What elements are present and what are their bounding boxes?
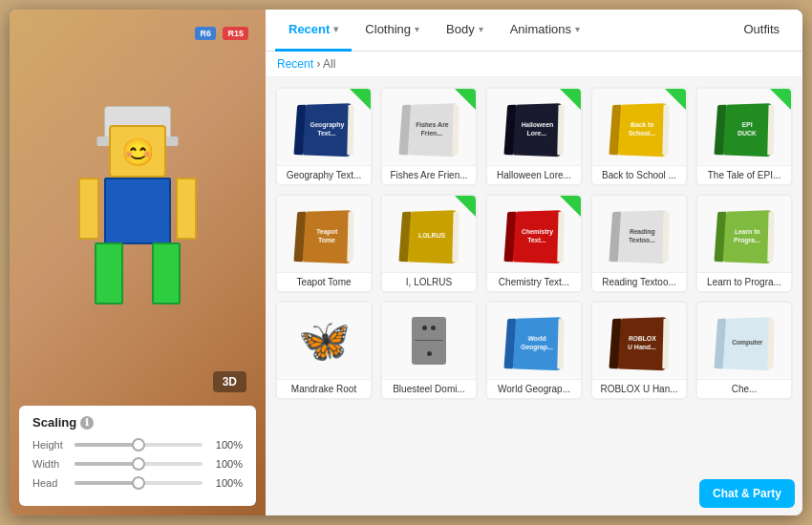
grid-item[interactable]: WorldGeograp... World Geograp... [485, 301, 583, 400]
corner-badge [665, 89, 686, 110]
grid-item[interactable]: Bluesteel Domi... [380, 301, 478, 400]
grid-item[interactable]: Learn toProgra... Learn to Progra... [695, 194, 793, 293]
avatar-figure [61, 116, 214, 306]
item-label: Che... [697, 379, 791, 398]
grid-item[interactable]: ROBLOXU Hand... ROBLOX U Han... [590, 301, 688, 400]
breadcrumb-current: All [323, 57, 335, 71]
item-thumbnail: Computer [697, 303, 791, 379]
scaling-info-icon[interactable]: ℹ [80, 416, 94, 430]
item-thumbnail: TeapotTome [277, 196, 371, 272]
item-label: Geography Text... [277, 165, 371, 184]
height-slider-row: Height 100% [32, 439, 243, 451]
height-value: 100% [210, 439, 243, 451]
items-grid: GeographyText... Geography Text... Fishe… [266, 77, 802, 515]
height-label: Height [32, 439, 67, 451]
avatar-arm-left [78, 178, 99, 240]
item-label: Mandrake Root [277, 379, 371, 398]
grid-item[interactable]: TeapotTome Teapot Tome [275, 194, 373, 293]
item-label: I, LOLRUS [382, 272, 476, 291]
item-label: Back to School ... [592, 165, 686, 184]
nav-body[interactable]: Body ▾ [433, 10, 497, 52]
width-thumb[interactable] [132, 457, 145, 471]
grid-item[interactable]: HalloweenLore... Halloween Lore... [485, 87, 583, 186]
breadcrumb: Recent › All [266, 52, 802, 77]
grid-item[interactable]: GeographyText... Geography Text... [275, 87, 373, 186]
item-label: ROBLOX U Han... [592, 379, 686, 398]
avatar-arm-right [176, 178, 197, 240]
width-value: 100% [210, 458, 243, 470]
avatar-leg-right [152, 242, 181, 304]
item-label: Learn to Progra... [697, 272, 791, 291]
grid-item[interactable]: LOLRUS I, LOLRUS [380, 194, 478, 293]
grid-item[interactable]: Back toSchool... Back to School ... [590, 87, 688, 186]
breadcrumb-parent[interactable]: Recent [277, 57, 313, 71]
corner-badge [455, 196, 476, 217]
item-thumbnail: 🦋 [277, 303, 371, 379]
width-label: Width [32, 458, 67, 470]
item-label: Bluesteel Domi... [382, 379, 476, 398]
grid-item[interactable]: ChemistryText... Chemistry Text... [485, 194, 583, 293]
corner-badge [455, 89, 476, 110]
height-thumb[interactable] [132, 438, 145, 452]
chat-party-button[interactable]: Chat & Party [699, 479, 795, 508]
item-thumbnail: Learn toProgra... [697, 196, 791, 272]
item-label: Chemistry Text... [487, 272, 581, 291]
item-label: Reading Textoo... [592, 272, 686, 291]
head-track [75, 481, 203, 485]
item-thumbnail: ReadingTextoo... [592, 196, 686, 272]
head-fill [75, 481, 139, 485]
chevron-recent: ▾ [333, 24, 338, 34]
height-track [75, 443, 203, 447]
avatar-head [109, 125, 166, 178]
width-fill [75, 462, 139, 466]
grid-item[interactable]: 🦋 Mandrake Root [275, 301, 373, 400]
item-label: The Tale of EPI... [697, 165, 791, 184]
chevron-animations: ▾ [575, 24, 580, 34]
badge-r15[interactable]: R15 [223, 27, 248, 40]
corner-badge [350, 89, 371, 110]
item-label: Teapot Tome [277, 272, 371, 291]
scaling-title: Scaling ℹ [32, 415, 243, 430]
item-thumbnail [382, 303, 476, 379]
nav-animations[interactable]: Animations ▾ [497, 10, 593, 52]
nav-clothing[interactable]: Clothing ▾ [352, 10, 433, 52]
head-slider-row: Head 100% [32, 477, 243, 489]
height-fill [75, 443, 139, 447]
left-panel: R6 R15 3D Scaling ℹ Height [10, 10, 266, 515]
app-window: R6 R15 3D Scaling ℹ Height [10, 10, 802, 515]
nav-outfits[interactable]: Outfits [730, 10, 793, 52]
avatar-leg-left [95, 242, 123, 304]
width-slider-row: Width 100% [32, 458, 243, 470]
btn-3d[interactable]: 3D [213, 371, 246, 392]
item-label: Fishes Are Frien... [382, 165, 476, 184]
head-label: Head [32, 477, 67, 489]
corner-badge [560, 196, 581, 217]
head-value: 100% [210, 477, 243, 489]
avatar-torso [104, 178, 171, 244]
item-thumbnail: WorldGeograp... [487, 303, 581, 379]
grid-item[interactable]: Computer Che... [695, 301, 793, 400]
scaling-panel: Scaling ℹ Height 100% Width 100% [19, 406, 256, 506]
grid-item[interactable]: ReadingTextoo... Reading Textoo... [590, 194, 688, 293]
grid-item[interactable]: Fishes AreFrien... Fishes Are Frien... [380, 87, 478, 186]
corner-badge [770, 89, 791, 110]
item-thumbnail: ROBLOXU Hand... [592, 303, 686, 379]
chevron-clothing: ▾ [415, 24, 419, 34]
chevron-body: ▾ [479, 24, 483, 34]
avatar-area: R6 R15 3D [19, 19, 256, 402]
right-panel: Recent ▾ Clothing ▾ Body ▾ Animations ▾ … [266, 10, 802, 515]
item-label: World Geograp... [487, 379, 581, 398]
grid-item[interactable]: EPIDUCK The Tale of EPI... [695, 87, 793, 186]
badge-r6[interactable]: R6 [195, 27, 216, 40]
corner-badge [560, 89, 581, 110]
width-track [75, 462, 203, 466]
item-label: Halloween Lore... [487, 165, 581, 184]
nav-bar: Recent ▾ Clothing ▾ Body ▾ Animations ▾ … [266, 10, 802, 52]
head-thumb[interactable] [132, 476, 145, 490]
nav-recent[interactable]: Recent ▾ [275, 10, 352, 52]
